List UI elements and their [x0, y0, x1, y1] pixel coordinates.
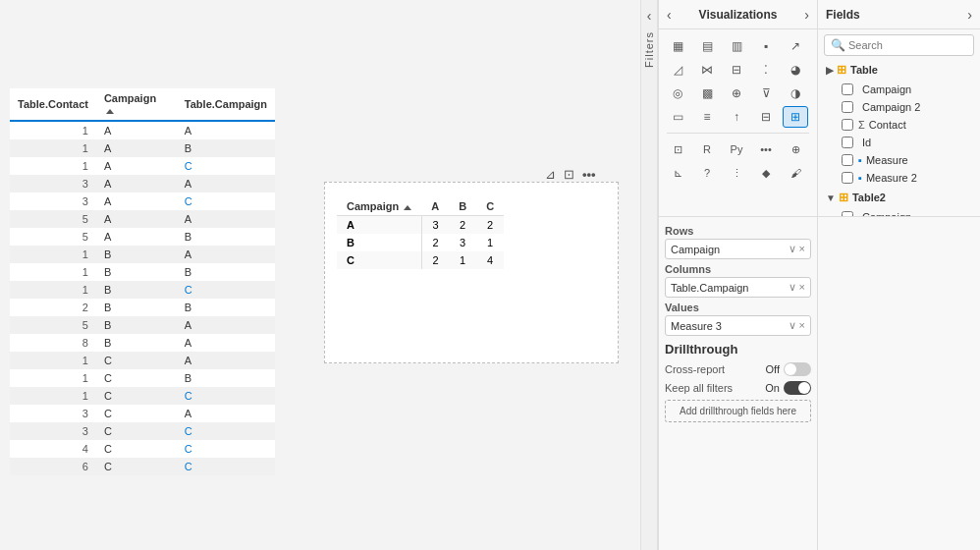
- field-item-Id[interactable]: Id: [818, 134, 980, 151]
- line-chart-icon[interactable]: ↗: [783, 35, 808, 57]
- py-icon[interactable]: Py: [724, 138, 749, 160]
- funnel-icon[interactable]: ⊽: [753, 82, 779, 104]
- field-item-Contact[interactable]: ΣContact: [818, 116, 980, 134]
- area-chart-icon[interactable]: ◿: [665, 59, 690, 81]
- table-row[interactable]: 1CB: [10, 369, 275, 387]
- columns-expand-icon[interactable]: ∨: [789, 281, 796, 294]
- field-checkbox-Campaign[interactable]: [842, 83, 853, 95]
- kpi-icon[interactable]: ↑: [724, 106, 749, 128]
- table-cell-8-0: 1: [10, 263, 96, 281]
- field-checkbox-Campaign-2[interactable]: [842, 101, 853, 113]
- field-checkbox-Contact[interactable]: [842, 119, 853, 131]
- cross-report-toggle[interactable]: Off: [766, 362, 811, 376]
- donut-icon[interactable]: ◎: [665, 82, 690, 104]
- scatter-icon[interactable]: ⁚: [753, 59, 779, 81]
- field-checkbox-Measure-2[interactable]: [842, 172, 853, 184]
- collapse-filters-icon[interactable]: ‹: [647, 8, 652, 24]
- matrix-visual[interactable]: Campaign ABC A322B231C214: [324, 182, 619, 363]
- table-row[interactable]: 1BC: [10, 281, 275, 299]
- table-row[interactable]: 5AA: [10, 210, 275, 228]
- columns-remove-icon[interactable]: ×: [799, 281, 805, 294]
- filters-sidebar[interactable]: ‹ Filters: [640, 0, 658, 550]
- table-row[interactable]: 3AC: [10, 192, 275, 210]
- fields-search-box[interactable]: 🔍: [824, 34, 974, 56]
- column-icon[interactable]: ▪: [753, 35, 779, 57]
- qna-icon[interactable]: ?: [694, 162, 720, 184]
- more-options-icon[interactable]: •••: [582, 167, 596, 182]
- matrix-viz-icon[interactable]: ⊡: [665, 138, 690, 160]
- clustered-bar-icon[interactable]: ▤: [694, 35, 720, 57]
- field-checkbox-Id[interactable]: [842, 137, 853, 148]
- stacked-bar-icon[interactable]: ▦: [665, 35, 690, 57]
- filter-icon[interactable]: ⊿: [545, 167, 556, 182]
- columns-pill[interactable]: Table.Campaign ∨ ×: [665, 277, 811, 298]
- map-icon[interactable]: ⊕: [724, 82, 749, 104]
- matrix-row-label: B: [337, 234, 421, 251]
- table-row[interactable]: 1BB: [10, 263, 275, 281]
- rows-remove-icon[interactable]: ×: [799, 243, 805, 255]
- table-row[interactable]: 1AA: [10, 121, 275, 139]
- table-row[interactable]: 1BA: [10, 246, 275, 263]
- field-item-Campaign[interactable]: Campaign: [818, 208, 980, 216]
- fields-search-input[interactable]: [848, 39, 967, 51]
- keep-filters-toggle-track[interactable]: [784, 381, 811, 395]
- table-row[interactable]: 1AC: [10, 157, 275, 175]
- visualizations-chevron-right[interactable]: ›: [804, 7, 809, 23]
- key-inf-icon[interactable]: ◆: [753, 162, 779, 184]
- ribbon-icon[interactable]: ⋈: [694, 59, 720, 81]
- table-row[interactable]: 3CA: [10, 405, 275, 422]
- table-row[interactable]: 4CC: [10, 440, 275, 458]
- field-item-Measure-2[interactable]: ▪Measure 2: [818, 169, 980, 187]
- field-label: Campaign: [862, 83, 911, 95]
- field-group-header-Table[interactable]: ▶⊞Table: [818, 59, 980, 81]
- gauge-icon[interactable]: ◑: [783, 82, 808, 104]
- field-item-Campaign[interactable]: Campaign: [818, 81, 980, 98]
- field-item-Measure[interactable]: ▪Measure: [818, 151, 980, 169]
- table-row[interactable]: 2BB: [10, 299, 275, 316]
- globe-icon[interactable]: ⊕: [783, 138, 808, 160]
- values-remove-icon[interactable]: ×: [799, 319, 805, 332]
- multi-card-icon[interactable]: ≡: [694, 106, 720, 128]
- decomp-icon[interactable]: ⋮: [724, 162, 749, 184]
- table2-icon[interactable]: ⊞: [783, 106, 808, 128]
- r-icon[interactable]: R: [694, 138, 720, 160]
- table-cell-18-0: 4: [10, 440, 96, 458]
- visualizations-chevron-left[interactable]: ‹: [667, 7, 672, 23]
- 100-bar-icon[interactable]: ▥: [724, 35, 749, 57]
- waterfall-icon[interactable]: ⊟: [724, 59, 749, 81]
- fields-chevron-right[interactable]: ›: [967, 7, 972, 23]
- field-checkbox-Measure[interactable]: [842, 154, 853, 166]
- keep-filters-toggle[interactable]: On: [765, 381, 811, 395]
- table-row[interactable]: 3CC: [10, 422, 275, 440]
- table-row[interactable]: 1CC: [10, 387, 275, 405]
- values-pill[interactable]: Measure 3 ∨ ×: [665, 315, 811, 336]
- data-table: Table.ContactCampaign Table.Campaign 1AA…: [10, 88, 275, 475]
- format-icon[interactable]: 🖌: [783, 162, 808, 184]
- rows-expand-icon[interactable]: ∨: [789, 243, 796, 255]
- field-group-header-Table2[interactable]: ▼⊞Table2: [818, 187, 980, 208]
- pie-icon[interactable]: ◕: [783, 59, 808, 81]
- rows-pill[interactable]: Campaign ∨ ×: [665, 239, 811, 259]
- values-expand-icon[interactable]: ∨: [789, 319, 796, 332]
- add-drillthrough-button[interactable]: Add drillthrough fields here: [665, 400, 811, 422]
- table-row[interactable]: 3AA: [10, 175, 275, 192]
- cross-report-toggle-track[interactable]: [784, 362, 811, 376]
- table-cell-5-2: A: [177, 210, 275, 228]
- focus-mode-icon[interactable]: ⊡: [564, 167, 574, 182]
- table-row[interactable]: 1CA: [10, 352, 275, 369]
- table-row[interactable]: 6CC: [10, 458, 275, 475]
- matrix-col-0: Campaign: [337, 197, 421, 216]
- matrix-cell-0-0: 3: [421, 216, 449, 235]
- slicer-icon[interactable]: ⊟: [753, 106, 779, 128]
- filter-viz-icon[interactable]: ⊾: [665, 162, 690, 184]
- field-item-Campaign-2[interactable]: Campaign 2: [818, 98, 980, 116]
- table-row[interactable]: 5AB: [10, 228, 275, 246]
- table-row[interactable]: 8BA: [10, 334, 275, 352]
- table-row[interactable]: 1AB: [10, 139, 275, 157]
- treemap-icon[interactable]: ▩: [694, 82, 720, 104]
- more-icon[interactable]: •••: [753, 138, 779, 160]
- table-cell-15-0: 1: [10, 387, 96, 405]
- card-icon[interactable]: ▭: [665, 106, 690, 128]
- table-row[interactable]: 5BA: [10, 316, 275, 334]
- field-checkbox-Campaign[interactable]: [842, 211, 853, 216]
